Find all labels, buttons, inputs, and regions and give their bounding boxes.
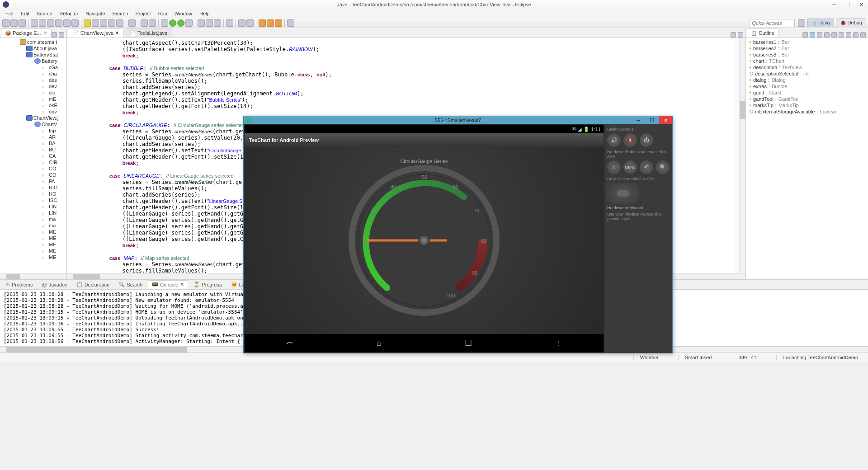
tree-item[interactable]: ○cha bbox=[0, 70, 66, 77]
maximize-button[interactable]: ☐ bbox=[841, 0, 854, 9]
run-icon[interactable] bbox=[169, 19, 176, 27]
outline-list[interactable]: barseries1 : Barbarseries2 : Barbarserie… bbox=[746, 38, 868, 279]
close-button[interactable]: ✕ bbox=[854, 0, 868, 9]
package-tree[interactable]: com.steema.tAbout.javaBatteryStatBattery… bbox=[0, 38, 66, 273]
tree-item[interactable]: Battery bbox=[0, 58, 66, 64]
new-if-icon[interactable] bbox=[214, 19, 221, 27]
emulator-minimize-button[interactable]: ─ bbox=[632, 116, 645, 124]
skip-icon[interactable] bbox=[141, 19, 148, 27]
toggle-icon[interactable] bbox=[92, 19, 99, 27]
menu-window[interactable]: Window bbox=[171, 10, 196, 17]
tree-item[interactable]: ○BA bbox=[0, 140, 66, 146]
close-icon[interactable]: ✕ bbox=[180, 282, 184, 287]
ann-icon[interactable] bbox=[238, 19, 245, 27]
up-icon[interactable] bbox=[275, 19, 282, 27]
outline-tab[interactable]: 📋 Outline bbox=[747, 28, 778, 38]
minimize-editor-icon[interactable] bbox=[731, 32, 736, 38]
hide-static-icon[interactable] bbox=[824, 32, 830, 38]
tree-item[interactable]: ○Inp bbox=[0, 127, 66, 134]
menu-edit[interactable]: Edit bbox=[17, 10, 33, 17]
hide-nonpublic-icon[interactable] bbox=[831, 32, 837, 38]
tree-item[interactable]: ○LIN bbox=[0, 203, 66, 210]
back-button[interactable]: ⤺ bbox=[286, 338, 293, 348]
emulator-maximize-button[interactable]: ☐ bbox=[645, 116, 659, 124]
fwd-icon[interactable] bbox=[267, 19, 274, 27]
menu-source[interactable]: Source bbox=[33, 10, 56, 17]
recents-button[interactable]: ☐ bbox=[465, 338, 472, 348]
tree-item[interactable]: ○CA bbox=[0, 153, 66, 159]
outline-item[interactable]: barseries3 : Bar bbox=[750, 52, 864, 58]
sort-icon[interactable] bbox=[802, 32, 808, 38]
quick-access-input[interactable] bbox=[750, 19, 795, 27]
home-button[interactable]: ⌂ bbox=[377, 338, 382, 348]
home-ctrl-button[interactable]: ⌂ bbox=[607, 160, 621, 174]
volume-button[interactable]: 🔊 bbox=[607, 133, 621, 147]
android-icon[interactable] bbox=[39, 19, 46, 27]
new-pkg-icon[interactable] bbox=[198, 19, 205, 27]
minimize-button[interactable]: ─ bbox=[827, 0, 841, 9]
bug-icon[interactable] bbox=[161, 19, 168, 27]
tree-item[interactable]: ○FA bbox=[0, 178, 66, 184]
tab-progress[interactable]: ⏳ Progress bbox=[190, 281, 225, 288]
search-toolbar-icon[interactable] bbox=[226, 19, 233, 27]
tree-item[interactable]: BatteryStat bbox=[0, 52, 66, 58]
emulator-titlebar[interactable]: 5554:SmallerNexus7 ─ ☐ ✕ bbox=[244, 116, 672, 124]
tree-item[interactable]: About.java bbox=[0, 45, 66, 52]
menu-run[interactable]: Run bbox=[155, 10, 171, 17]
tab-declaration[interactable]: 📋 Declaration bbox=[73, 281, 113, 288]
tab-search[interactable]: 🔍 Search bbox=[115, 281, 146, 288]
tree-item[interactable]: ○ma bbox=[0, 222, 66, 229]
tree-item[interactable]: ○HIG bbox=[0, 184, 66, 191]
tree-item[interactable]: com.steema.t bbox=[0, 39, 66, 45]
new-icon[interactable] bbox=[2, 19, 9, 27]
tree-item[interactable]: ○ME bbox=[0, 248, 66, 254]
save-icon[interactable] bbox=[10, 19, 18, 27]
package-explorer-tab[interactable]: 📦 Package E...✕ bbox=[1, 28, 52, 38]
resume-icon[interactable] bbox=[149, 19, 156, 27]
debug-icon[interactable] bbox=[31, 19, 38, 27]
close-icon[interactable]: ✕ bbox=[115, 30, 119, 36]
menu-button[interactable]: ⋮ bbox=[556, 339, 562, 347]
new-cls-icon[interactable] bbox=[206, 19, 213, 27]
minimize-view-icon[interactable] bbox=[52, 32, 57, 38]
outline-item[interactable]: descriptionSelected : int bbox=[750, 70, 864, 77]
tree-item[interactable]: ○ME bbox=[0, 241, 66, 248]
box-icon[interactable] bbox=[100, 19, 107, 27]
hide-local-icon[interactable] bbox=[839, 32, 844, 38]
outline-item[interactable]: ganttTool : GanttTool bbox=[750, 96, 864, 102]
tree-item[interactable]: ChartV bbox=[0, 121, 66, 127]
editor-tab-toolslist[interactable]: 📄 ToolsList.java bbox=[125, 28, 172, 38]
maximize-view-icon[interactable] bbox=[860, 32, 866, 38]
tree-item[interactable]: ○ma bbox=[0, 216, 66, 222]
avd-icon[interactable] bbox=[47, 19, 54, 27]
menu-file[interactable]: File bbox=[2, 10, 17, 17]
dpad-control[interactable] bbox=[607, 183, 639, 204]
tree-item[interactable]: ○onv bbox=[0, 108, 66, 115]
menu-ctrl-button[interactable]: MENU bbox=[623, 160, 637, 174]
outline-item[interactable]: dialog : Dialog bbox=[750, 77, 864, 83]
tab-javadoc[interactable]: @ Javadoc bbox=[38, 281, 71, 288]
back-icon[interactable] bbox=[259, 19, 266, 27]
tree-item[interactable]: ○CIR bbox=[0, 159, 66, 165]
perspective-java[interactable]: 🍵 Java bbox=[807, 19, 834, 27]
tree-item[interactable]: ○CO bbox=[0, 172, 66, 178]
menu-project[interactable]: Project bbox=[132, 10, 154, 17]
layout-icon[interactable] bbox=[71, 19, 79, 27]
outline-item[interactable]: mExternalStorageAvailable : boolean bbox=[750, 108, 864, 115]
menu-refactor[interactable]: Refactor bbox=[56, 10, 82, 17]
outline-item[interactable]: description : TextView bbox=[750, 64, 864, 70]
outline-item[interactable]: extras : Bundle bbox=[750, 83, 864, 89]
perspective-debug[interactable]: 🐞 Debug bbox=[836, 19, 866, 27]
tab-problems[interactable]: ⚠ Problems bbox=[2, 281, 36, 288]
search-ctrl-button[interactable]: 🔍 bbox=[656, 160, 670, 174]
back-ctrl-button[interactable]: ↶ bbox=[640, 160, 653, 174]
view-menu-icon[interactable] bbox=[846, 32, 851, 38]
tree-item[interactable]: ○AR bbox=[0, 134, 66, 140]
menu-help[interactable]: Help bbox=[196, 10, 213, 17]
outline-item[interactable]: gantt : Gantt bbox=[750, 89, 864, 96]
pin-icon[interactable] bbox=[287, 19, 294, 27]
emulator-window[interactable]: 5554:SmallerNexus7 ─ ☐ ✕ ³ᴳ ◢ 🔋 1:11 Tee… bbox=[243, 116, 673, 353]
run-last-icon[interactable] bbox=[177, 19, 184, 27]
mute-button[interactable]: 🔇 bbox=[623, 133, 637, 147]
box2-icon[interactable] bbox=[108, 19, 115, 27]
